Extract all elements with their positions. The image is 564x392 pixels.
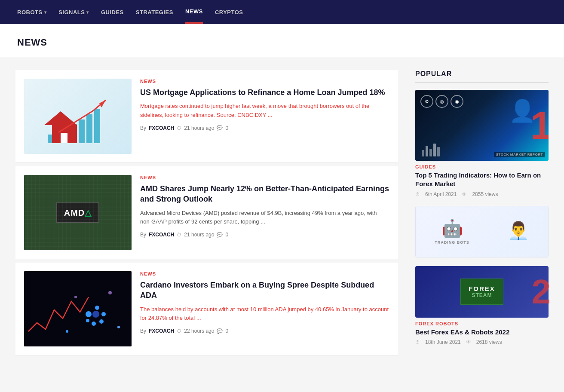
- article-card: AMD△ NEWS AMD Shares Jump Nearly 12% on …: [15, 166, 398, 259]
- article-excerpt: Advanced Micro Devices (AMD) posted reve…: [140, 209, 389, 227]
- cardano-illustration: [24, 271, 132, 346]
- article-tag[interactable]: NEWS: [140, 175, 389, 180]
- article-author[interactable]: FXCOACH: [149, 125, 174, 131]
- trading-bots-banner[interactable]: 🤖 TRADING BOTS 👨‍💼: [415, 206, 549, 257]
- article-excerpt: Mortgage rates continued to jump higher …: [140, 102, 389, 120]
- comment-icon: 💬: [217, 328, 223, 334]
- article-time: 21 hours ago: [184, 232, 214, 238]
- svg-point-11: [117, 326, 120, 328]
- svg-point-4: [101, 312, 106, 316]
- article-title[interactable]: AMD Shares Jump Nearly 12% on Better-Tha…: [140, 184, 389, 205]
- article-time: 22 hours ago: [184, 328, 214, 334]
- popular-item-title[interactable]: Top 5 Trading Indicators: How to Earn on…: [415, 171, 549, 189]
- eye-icon: 👁: [462, 191, 467, 197]
- popular-item-title-2[interactable]: Best Forex EAs & Robots 2022: [415, 328, 549, 337]
- nav-robots[interactable]: ROBOTS ▾: [17, 1, 46, 23]
- bots-label: TRADING BOTS: [435, 240, 469, 245]
- clock-icon: ⏱: [177, 126, 181, 131]
- nav-strategies[interactable]: STRATEGIES: [136, 1, 173, 23]
- popular-meta-2: ⏱ 18th June 2021 👁 2618 views: [415, 339, 549, 345]
- article-body: NEWS AMD Shares Jump Nearly 12% on Bette…: [140, 175, 389, 250]
- popular-item: ⚙ ◎ ◉ 👤: [415, 90, 549, 197]
- popular-thumbnail[interactable]: ⚙ ◎ ◉ 👤: [415, 90, 549, 161]
- svg-point-7: [86, 319, 89, 322]
- svg-point-12: [66, 330, 68, 333]
- article-excerpt: The balances held by accounts with at mo…: [140, 305, 389, 323]
- amd-illustration: AMD△: [24, 175, 132, 250]
- page-content: NEWS US Mortgage Applications to Refinan…: [7, 57, 557, 372]
- article-card: NEWS Cardano Investors Embark on a Buyin…: [15, 263, 398, 355]
- popular-item: FOREX STEAM 2 FOREX ROBOTS Best Forex EA…: [415, 266, 549, 345]
- popular-title: POPULAR: [415, 70, 549, 83]
- comment-icon: 💬: [217, 232, 223, 238]
- clock-icon: ⏱: [415, 340, 420, 345]
- article-card: NEWS US Mortgage Applications to Refinan…: [15, 70, 398, 163]
- nav-cryptos[interactable]: CRYPTOS: [215, 1, 243, 23]
- article-author[interactable]: FXCOACH: [149, 328, 174, 334]
- main-nav: ROBOTS ▾ SIGNALS ▾ GUIDES STRATEGIES NEW…: [0, 0, 564, 24]
- nav-news[interactable]: NEWS: [185, 0, 203, 24]
- svg-point-5: [99, 319, 104, 324]
- clock-icon: ⏱: [177, 232, 181, 237]
- house-illustration: [35, 83, 121, 150]
- mini-chart: [422, 144, 440, 156]
- article-tag[interactable]: NEWS: [140, 79, 389, 84]
- popular-tag-2[interactable]: FOREX ROBOTS: [415, 321, 549, 326]
- forex-steam-box: FOREX STEAM: [460, 279, 503, 305]
- popular-thumbnail-2[interactable]: FOREX STEAM 2: [415, 266, 549, 318]
- article-meta: By FXCOACH ⏱ 21 hours ago 💬 0: [140, 125, 389, 131]
- article-comments: 0: [225, 125, 228, 131]
- nav-signals[interactable]: SIGNALS ▾: [58, 1, 89, 23]
- popular-views-2: 2618 views: [476, 339, 502, 345]
- article-comments: 0: [225, 232, 228, 238]
- clock-icon: ⏱: [415, 192, 420, 197]
- article-author[interactable]: FXCOACH: [149, 232, 174, 238]
- rank-number-2: 2: [532, 275, 551, 309]
- forex-label: FOREX: [469, 285, 495, 292]
- article-meta: By FXCOACH ⏱ 22 hours ago 💬 0: [140, 328, 389, 334]
- chevron-icon: ▾: [86, 10, 89, 15]
- article-thumbnail[interactable]: [24, 79, 132, 154]
- trend-arrow: [58, 98, 114, 137]
- article-title[interactable]: Cardano Investors Embark on a Buying Spr…: [140, 280, 389, 301]
- svg-point-8: [92, 311, 99, 318]
- steam-label: STEAM: [469, 292, 495, 298]
- page-title: NEWS: [17, 37, 547, 48]
- article-title[interactable]: US Mortgage Applications to Refinance a …: [140, 87, 389, 98]
- comment-icon: 💬: [217, 125, 223, 131]
- svg-point-10: [108, 291, 112, 294]
- pcb-bg: [24, 175, 132, 250]
- popular-section: POPULAR ⚙ ◎ ◉: [415, 70, 549, 345]
- popular-meta: ⏱ 6th April 2021 👁 2855 views: [415, 191, 549, 197]
- nav-guides[interactable]: GUIDES: [101, 1, 124, 23]
- eye-icon-2: 👁: [466, 339, 471, 345]
- svg-point-6: [92, 322, 96, 326]
- popular-date-2: 18th June 2021: [425, 339, 461, 345]
- article-body: NEWS Cardano Investors Embark on a Buyin…: [140, 271, 389, 346]
- thumb-label: STOCK MARKET REPORT: [494, 152, 545, 157]
- clock-icon: ⏱: [177, 328, 181, 334]
- article-body: NEWS US Mortgage Applications to Refinan…: [140, 79, 389, 154]
- rank-number: 1: [530, 106, 549, 145]
- article-thumbnail[interactable]: AMD△: [24, 175, 132, 250]
- bot-figure-1: 🤖 TRADING BOTS: [435, 218, 469, 245]
- popular-tag[interactable]: GUIDES: [415, 164, 549, 169]
- chevron-icon: ▾: [44, 10, 47, 15]
- bot-figure-2: 👨‍💼: [508, 220, 529, 242]
- article-comments: 0: [225, 328, 228, 334]
- popular-views: 2855 views: [472, 191, 498, 197]
- page-header: NEWS: [0, 24, 564, 57]
- svg-point-2: [86, 311, 92, 317]
- popular-thumb-bg: ⚙ ◎ ◉ 👤: [415, 90, 549, 161]
- svg-marker-0: [99, 100, 106, 107]
- article-tag[interactable]: NEWS: [140, 271, 389, 276]
- popular-date: 6th April 2021: [425, 191, 457, 197]
- svg-point-3: [95, 306, 99, 310]
- article-thumbnail[interactable]: [24, 271, 132, 346]
- circles-decoration: ⚙ ◎ ◉: [420, 95, 463, 108]
- main-column: NEWS US Mortgage Applications to Refinan…: [15, 70, 398, 359]
- bot-icon-1: 🤖: [441, 218, 463, 239]
- article-time: 21 hours ago: [184, 125, 214, 131]
- sidebar: POPULAR ⚙ ◎ ◉: [415, 70, 549, 359]
- svg-point-9: [74, 296, 77, 298]
